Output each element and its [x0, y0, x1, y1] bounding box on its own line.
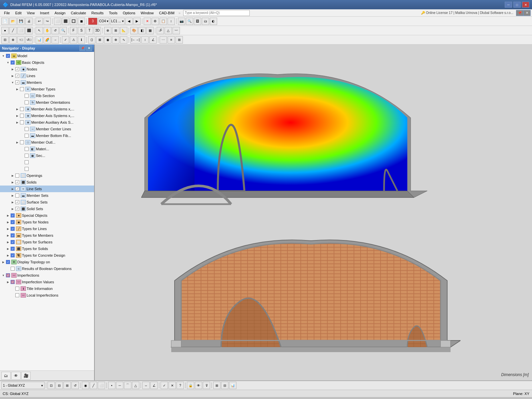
draw-line-btn[interactable]: ─ [116, 382, 123, 389]
nav-eye-btn[interactable]: 👁 [11, 372, 21, 380]
cb-basic[interactable] [11, 61, 15, 65]
tree-item-types-lines[interactable]: ▶ ╱ Types for Lines [0, 225, 94, 232]
delete-button[interactable]: ✕ [144, 18, 151, 25]
cb-empty2[interactable] [25, 167, 29, 171]
cb-openings[interactable] [15, 174, 19, 178]
tree-item-rib-section[interactable]: ▭ Rib Section [0, 92, 94, 99]
cb-solids[interactable] [15, 180, 19, 184]
expand-linesets[interactable]: ▶ [11, 188, 15, 191]
misc4-btn[interactable]: ⊕ [112, 36, 119, 44]
expand-msets[interactable]: ▶ [11, 194, 15, 197]
expand-topology[interactable]: ▶ [1, 261, 5, 264]
prev-result[interactable]: ◀ [125, 18, 133, 25]
result-combo1[interactable]: CO4 ▾ [98, 18, 109, 25]
search-input[interactable] [183, 10, 250, 16]
cb-bottom-fib[interactable] [25, 134, 29, 138]
tree-item-axis1[interactable]: ▶ ⊕ Member Axis Systems x,... [0, 106, 94, 112]
tree-item-imperf-values[interactable]: ▶ 〰 Imperfection Values [0, 279, 94, 285]
redo-button[interactable]: ↪ [44, 18, 51, 25]
view-all-btn[interactable]: ⊡ [48, 382, 55, 389]
dim1-btn[interactable]: |←→| [130, 36, 141, 44]
cb-types-members[interactable] [11, 233, 15, 237]
expand-openings[interactable]: ▶ [11, 174, 15, 177]
cb-center-lines[interactable] [25, 127, 29, 131]
cb-imperfections[interactable] [6, 273, 10, 277]
cb-local-imperf[interactable] [15, 293, 19, 297]
extrude-btn[interactable]: ↑□ [17, 36, 25, 44]
color-btn[interactable]: 🎨 [130, 27, 138, 34]
measure-btn[interactable]: 📐 [120, 27, 127, 34]
cb-special[interactable] [11, 213, 15, 217]
tree-item-members[interactable]: ▼ ▬ Members [0, 79, 94, 86]
warning-btn[interactable]: ⚠ [70, 36, 77, 44]
cb-aux-axis[interactable] [20, 120, 24, 124]
view-btn2[interactable]: ⬛ [62, 18, 69, 25]
cb-lines[interactable] [15, 74, 19, 78]
zoom2-btn[interactable]: 🔍 [60, 27, 67, 34]
query-btn[interactable]: ? [177, 382, 184, 389]
line-btn[interactable]: ╱ [9, 27, 17, 34]
tree-item-types-concrete[interactable]: ▶ 🏗 Types for Concrete Design [0, 252, 94, 259]
tree-item-lines[interactable]: ▶ ╱ Lines [0, 72, 94, 79]
expand-imperf-values[interactable]: ▶ [6, 281, 10, 284]
nav-pin-button[interactable]: 📌 [79, 46, 85, 51]
copy-btn[interactable]: 📋 [160, 18, 167, 25]
menu-tools[interactable]: Tools [106, 10, 120, 16]
top-btn[interactable]: T [86, 27, 93, 34]
tree-item-nodes[interactable]: ▶ ◉ Nodes [0, 66, 94, 72]
cb-member-sets[interactable] [15, 194, 19, 198]
tree-item-model[interactable]: ▼ 🗂 Model [0, 53, 94, 59]
cb-surface-sets[interactable] [15, 200, 19, 204]
tree-item-solid-sets[interactable]: ▶ ⬛ Solid Sets [0, 205, 94, 212]
open-button[interactable]: 📂 [9, 18, 17, 25]
expand-types-concrete[interactable]: ▶ [6, 254, 10, 257]
nav-camera-btn[interactable]: 🎥 [21, 372, 31, 380]
snap-line-btn[interactable]: ╱ [90, 382, 97, 389]
snap-node-btn[interactable]: ◉ [82, 382, 89, 389]
tree-item-types-members[interactable]: ▶ ▬ Types for Members [0, 232, 94, 239]
result-select[interactable]: 3 [88, 18, 97, 25]
new-button[interactable]: 📄 [1, 18, 9, 25]
tree-item-member-types[interactable]: ▶ ≡ Member Types [0, 86, 94, 92]
coord-system-select[interactable]: 1 - Global XYZ ▾ [1, 382, 45, 389]
revolve-btn[interactable]: ↺□ [25, 36, 33, 44]
expand-types-solids[interactable]: ▶ [6, 247, 10, 250]
results-disp-btn[interactable]: 📊 [36, 36, 43, 44]
shade-btn[interactable]: ◐ [210, 18, 217, 25]
rubber-btn[interactable]: ↔ [142, 382, 150, 389]
support-btn[interactable]: △ [165, 27, 172, 34]
tree-item-outline[interactable]: ▶ □ Member Outl... [0, 139, 94, 146]
angle-btn[interactable]: ∠ [149, 36, 157, 44]
cb-members[interactable] [15, 80, 19, 84]
chart-btn[interactable]: 📊 [229, 382, 236, 389]
tree-item-solids[interactable]: ▶ ⬛ Solids [0, 179, 94, 186]
menu-view[interactable]: View [24, 10, 38, 16]
view-btn4[interactable]: ◼ [78, 18, 85, 25]
view-rotate-btn[interactable]: ↺ [71, 382, 79, 389]
tree-item-basic-objects[interactable]: ▼ 🌿 Basic Objects [0, 59, 94, 66]
cb-bool-results[interactable] [11, 267, 15, 271]
menu-cadbim[interactable]: CAD-BIM [156, 10, 177, 16]
view-btn1[interactable]: ⬜ [54, 18, 61, 25]
expand-types-surfaces[interactable]: ▶ [6, 241, 10, 244]
tree-item-title-info[interactable]: ℹ Title Information [0, 285, 94, 292]
side-btn[interactable]: S [78, 27, 85, 34]
view-zoom-btn[interactable]: ⊞ [64, 382, 71, 389]
tree-item-bool-results[interactable]: ⊂ Results of Boolean Operations [0, 265, 94, 272]
menu-results[interactable]: Results [89, 10, 106, 16]
snap-surf-btn[interactable]: ⬜ [98, 382, 105, 389]
cross-btn[interactable]: ✕ [169, 382, 176, 389]
spring-btn[interactable]: 〰 [173, 27, 180, 34]
cb-outline[interactable] [20, 140, 24, 144]
save-button[interactable]: 💾 [17, 18, 25, 25]
contour-btn[interactable]: 🌈 [44, 36, 51, 44]
expand-axis2[interactable]: ▶ [15, 114, 19, 117]
expand-types-lines[interactable]: ▶ [6, 227, 10, 230]
expand-solidsets[interactable]: ▶ [11, 207, 15, 210]
vector-btn[interactable]: → [52, 36, 59, 44]
expand-model[interactable]: ▼ [1, 55, 5, 58]
eye2-btn[interactable]: 👁 [195, 382, 202, 389]
wire-btn[interactable]: 🗂 [202, 18, 209, 25]
menu-edit[interactable]: Edit [13, 10, 24, 16]
surface-btn[interactable]: ⬜ [17, 27, 25, 34]
